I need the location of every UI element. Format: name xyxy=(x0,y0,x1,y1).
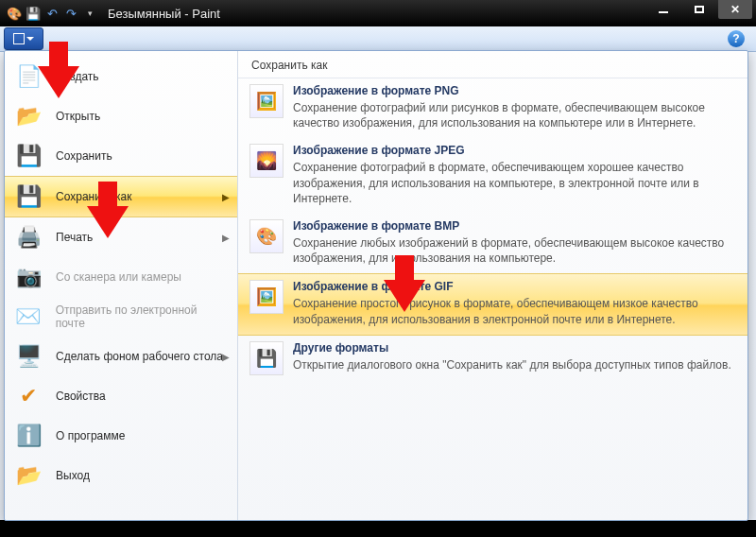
menu-label: Сохранить как xyxy=(56,190,131,203)
checkmark-icon: ✔ xyxy=(14,382,43,410)
format-option-jpeg[interactable]: 🌄 Изображение в формате JPEG Сохранение … xyxy=(238,138,747,214)
menu-label: Со сканера или камеры xyxy=(56,270,181,284)
mail-icon: ✉️ xyxy=(14,303,43,331)
menu-item-about[interactable]: ℹ️ О программе xyxy=(5,416,237,456)
chevron-right-icon: ▶ xyxy=(222,233,230,243)
save-as-icon: 💾 xyxy=(14,182,43,211)
format-option-bmp[interactable]: 🎨 Изображение в формате BMP Сохранение л… xyxy=(238,214,747,273)
maximize-button[interactable] xyxy=(682,0,716,19)
ribbon-bar: ? xyxy=(0,26,756,52)
redo-icon[interactable]: ↷ xyxy=(62,5,79,22)
format-option-other[interactable]: 💾 Другие форматы Открытие диалогового ок… xyxy=(238,336,747,383)
menu-label: Отправить по электронной почте xyxy=(56,303,228,330)
window: 🎨 💾 ↶ ↷ ▾ Безымянный - Paint ? 📄 Создать xyxy=(0,0,756,537)
quick-access-toolbar: 🎨 💾 ↶ ↷ ▾ xyxy=(0,5,98,22)
menu-label: Сохранить xyxy=(56,149,112,163)
qat-dropdown-icon[interactable]: ▾ xyxy=(81,5,98,22)
menu-item-set-desktop[interactable]: 🖥️ Сделать фоном рабочего стола ▶ xyxy=(5,337,237,376)
minimize-button[interactable] xyxy=(646,0,680,19)
info-icon: ℹ️ xyxy=(14,422,43,450)
dropdown-arrow-icon xyxy=(26,37,34,41)
png-format-icon: 🖼️ xyxy=(249,84,284,118)
save-icon[interactable]: 💾 xyxy=(25,5,42,22)
close-button[interactable] xyxy=(718,0,752,19)
file-menu-button[interactable] xyxy=(4,27,43,50)
format-description: Сохранение простого рисунок в формате, о… xyxy=(293,296,736,326)
menu-label: О программе xyxy=(56,429,125,442)
file-menu-panel: 📄 Создать 📂 Открыть 💾 Сохранить 💾 Сохран… xyxy=(4,50,748,521)
format-description: Сохранение фотографий в формате, обеспеч… xyxy=(293,160,736,206)
titlebar: 🎨 💾 ↶ ↷ ▾ Безымянный - Paint xyxy=(0,0,756,26)
window-title: Безымянный - Paint xyxy=(108,7,220,21)
menu-item-properties[interactable]: ✔ Свойства xyxy=(5,376,237,416)
format-title: Изображение в формате GIF xyxy=(293,280,736,293)
menu-item-send-mail: ✉️ Отправить по электронной почте xyxy=(5,297,237,337)
undo-icon[interactable]: ↶ xyxy=(43,5,60,22)
file-menu-right-column: Сохранить как 🖼️ Изображение в формате P… xyxy=(238,51,747,520)
jpeg-format-icon: 🌄 xyxy=(249,144,284,178)
paint-app-icon: 🎨 xyxy=(6,5,23,22)
file-icon xyxy=(13,33,25,44)
exit-icon: 📂 xyxy=(14,461,43,490)
bmp-format-icon: 🎨 xyxy=(249,219,284,253)
format-description: Сохранение фотографий или рисунков в фор… xyxy=(293,100,736,130)
format-option-png[interactable]: 🖼️ Изображение в формате PNG Сохранение … xyxy=(238,78,747,138)
desktop-bg-icon: 🖥️ xyxy=(14,342,43,371)
open-folder-icon: 📂 xyxy=(14,102,43,130)
menu-label: Свойства xyxy=(56,390,106,403)
help-button[interactable]: ? xyxy=(728,30,745,47)
save-as-header: Сохранить как xyxy=(238,51,747,78)
chevron-right-icon: ▶ xyxy=(222,352,230,362)
scanner-icon: 📷 xyxy=(14,263,43,291)
menu-item-open[interactable]: 📂 Открыть xyxy=(5,96,237,136)
menu-item-exit[interactable]: 📂 Выход xyxy=(5,456,237,495)
format-description: Открытие диалогового окна "Сохранить как… xyxy=(293,357,731,372)
format-title: Изображение в формате JPEG xyxy=(293,144,736,157)
printer-icon: 🖨️ xyxy=(14,223,43,251)
format-title: Изображение в формате BMP xyxy=(293,219,736,233)
menu-label: Открыть xyxy=(56,110,100,123)
format-title: Другие форматы xyxy=(293,341,731,355)
other-format-icon: 💾 xyxy=(249,341,284,375)
gif-format-icon: 🖼️ xyxy=(249,280,284,314)
background-bottom xyxy=(0,520,756,537)
format-description: Сохранение любых изображений в формате, … xyxy=(293,235,736,266)
format-option-gif[interactable]: 🖼️ Изображение в формате GIF Сохранение … xyxy=(238,273,747,335)
menu-label: Выход xyxy=(56,469,90,482)
format-title: Изображение в формате PNG xyxy=(293,84,736,97)
save-disk-icon: 💾 xyxy=(14,142,43,170)
chevron-right-icon: ▶ xyxy=(222,192,230,202)
menu-label: Сделать фоном рабочего стола xyxy=(56,350,223,363)
menu-item-scan: 📷 Со сканера или камеры xyxy=(5,257,237,297)
menu-item-save[interactable]: 💾 Сохранить xyxy=(5,136,237,176)
file-menu-left-column: 📄 Создать 📂 Открыть 💾 Сохранить 💾 Сохран… xyxy=(5,51,238,520)
